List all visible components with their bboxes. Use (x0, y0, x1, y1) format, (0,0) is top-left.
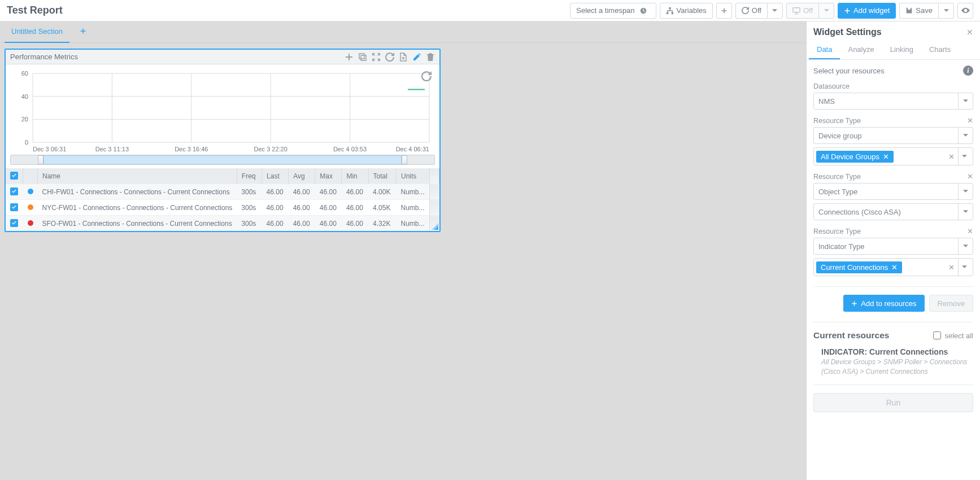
col-avg[interactable]: Avg (289, 168, 315, 184)
col-max[interactable]: Max (315, 168, 342, 184)
row-checkbox[interactable] (10, 203, 18, 211)
tab-untitled-section[interactable]: Untitled Section (5, 21, 69, 43)
col-last[interactable]: Last (262, 168, 289, 184)
time-scrubber-handle-left[interactable] (38, 155, 43, 164)
svg-text:Dec 3 16:46: Dec 3 16:46 (175, 146, 208, 152)
widget-refresh-icon[interactable] (385, 53, 394, 62)
refresh-toggle-button[interactable]: Off (735, 3, 767, 19)
save-group: Save (899, 3, 954, 19)
series-color-dot (28, 220, 33, 226)
col-total[interactable]: Total (368, 168, 396, 184)
time-scrubber-range[interactable] (43, 155, 402, 164)
variables-button[interactable]: Variables (660, 3, 713, 19)
widget-export-icon[interactable] (399, 53, 408, 62)
clear-tags-icon[interactable]: ✕ (945, 263, 958, 272)
resource-type-1-select[interactable]: Device group (813, 127, 973, 144)
close-icon[interactable]: ✕ (966, 28, 973, 37)
tab-linking[interactable]: Linking (882, 41, 921, 59)
svg-text:60: 60 (21, 70, 28, 77)
col-min[interactable]: Min (342, 168, 368, 184)
presentation-dropdown-button[interactable] (818, 3, 834, 19)
resource-item[interactable]: INDICATOR: Current Connections All Devic… (813, 345, 973, 382)
save-dropdown-button[interactable] (938, 3, 954, 19)
svg-text:20: 20 (21, 116, 28, 123)
clear-tags-icon[interactable]: ✕ (945, 152, 958, 161)
chart-refresh-icon[interactable] (421, 71, 432, 81)
report-canvas: Untitled Section Performance Metrics (0, 21, 806, 480)
chevron-down-icon (963, 134, 968, 137)
table-row[interactable]: NYC-FW01 - Connections - Connections - C… (6, 200, 439, 216)
add-section-button[interactable] (80, 28, 86, 36)
tab-data[interactable]: Data (809, 41, 840, 59)
label-datasource: Datasource (813, 82, 973, 90)
chevron-down-icon (772, 9, 777, 12)
presentation-toggle-button[interactable]: Off (786, 3, 818, 19)
eye-icon (961, 6, 970, 15)
add-button[interactable] (716, 3, 732, 19)
plus-icon (851, 300, 857, 307)
cell-avg: 46.00 (289, 216, 315, 232)
datasource-select[interactable]: NMS (813, 93, 973, 110)
preview-button[interactable] (957, 3, 973, 19)
table-row[interactable]: CHI-FW01 - Connections - Connections - C… (6, 184, 439, 200)
widget-copy-icon[interactable] (358, 53, 367, 62)
refresh-group: Off (735, 3, 783, 19)
svg-text:Dec 4 06:31: Dec 4 06:31 (396, 146, 429, 152)
cell-units: Numb... (397, 200, 430, 216)
select-all-label[interactable]: select all (933, 331, 973, 340)
widget-performance-metrics[interactable]: Performance Metrics 0204060Dec 3 06:31De… (5, 49, 441, 232)
remove-rt1-icon[interactable]: ✕ (967, 116, 973, 125)
tag-remove-icon[interactable]: ✕ (891, 263, 898, 272)
widget-title: Performance Metrics (10, 53, 345, 61)
row-checkbox[interactable] (10, 187, 18, 195)
run-button[interactable]: Run (813, 393, 973, 412)
resource-type-2-value-select[interactable]: Connections (Cisco ASA) (813, 203, 973, 220)
rt3-tag-input[interactable]: Current Connections ✕ ✕ (813, 258, 973, 276)
add-to-resources-button[interactable]: Add to resources (843, 295, 924, 312)
col-freq[interactable]: Freq (237, 168, 262, 184)
rt1-tag-input[interactable]: All Device Groups ✕ ✕ (813, 147, 973, 165)
select-all-checkbox[interactable] (933, 331, 941, 339)
label-resource-type-2: Resource Type (813, 173, 861, 181)
add-widget-button[interactable]: Add widget (838, 3, 896, 19)
resources-hint: Select your resources (813, 67, 885, 75)
tag-remove-icon[interactable]: ✕ (883, 152, 889, 161)
save-icon (905, 7, 913, 14)
refresh-dropdown-button[interactable] (767, 3, 783, 19)
cell-units: Numb... (397, 216, 430, 232)
tag-current-connections: Current Connections ✕ (816, 261, 902, 273)
widget-header: Performance Metrics (6, 50, 439, 64)
remove-resource-button[interactable]: Remove (929, 295, 973, 312)
row-checkbox[interactable] (10, 219, 18, 227)
tab-charts[interactable]: Charts (921, 41, 959, 59)
cell-max: 46.00 (315, 200, 342, 216)
widget-edit-icon[interactable] (412, 53, 421, 62)
cell-min: 46.00 (342, 184, 368, 200)
table-row[interactable]: SFO-FW01 - Connections - Connections - C… (6, 216, 439, 232)
timespan-button[interactable]: Select a timespan (570, 3, 656, 19)
svg-text:Dec 3 22:20: Dec 3 22:20 (254, 146, 288, 152)
col-name[interactable]: Name (38, 168, 237, 184)
widget-add-icon[interactable] (345, 53, 354, 62)
widget-resize-grip[interactable] (432, 223, 438, 230)
widget-expand-icon[interactable] (372, 53, 381, 62)
cell-name: SFO-FW01 - Connections - Connections - C… (38, 216, 237, 232)
resource-type-3-select[interactable]: Indicator Type (813, 238, 973, 255)
resource-title: INDICATOR: Current Connections (821, 347, 973, 356)
cell-freq: 300s (237, 216, 262, 232)
resource-path: All Device Groups > SNMP Poller > Connec… (821, 357, 973, 377)
remove-rt3-icon[interactable]: ✕ (967, 227, 973, 235)
cell-freq: 300s (237, 200, 262, 216)
time-scrubber-handle-right[interactable] (402, 155, 407, 164)
tab-analyze[interactable]: Analyze (840, 41, 882, 59)
time-scrubber[interactable] (10, 155, 435, 165)
remove-rt2-icon[interactable]: ✕ (967, 172, 973, 181)
col-units[interactable]: Units (397, 168, 430, 184)
save-button[interactable]: Save (899, 3, 938, 19)
resource-type-2-select[interactable]: Object Type (813, 183, 973, 200)
info-icon[interactable]: i (963, 66, 973, 76)
cell-freq: 300s (237, 184, 262, 200)
chevron-down-icon (963, 210, 968, 213)
widget-delete-icon[interactable] (426, 53, 435, 62)
checkbox-all[interactable] (10, 172, 18, 180)
